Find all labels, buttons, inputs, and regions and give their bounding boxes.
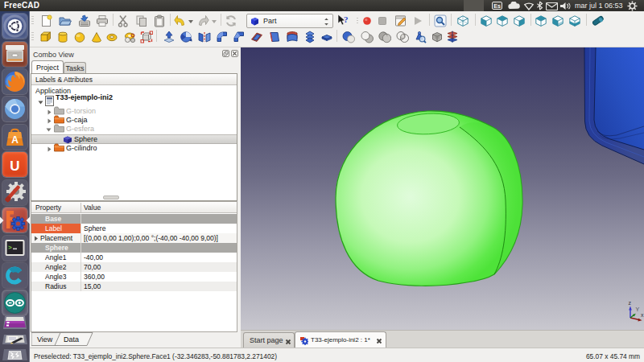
svg-text:?: ? xyxy=(344,14,349,24)
svg-text:Y: Y xyxy=(636,306,640,312)
svg-text:View: View xyxy=(37,335,53,343)
svg-text:z: z xyxy=(629,300,632,306)
svg-text:A: A xyxy=(11,134,19,146)
svg-text:>: > xyxy=(8,244,12,251)
svg-text:U: U xyxy=(10,158,19,174)
svg-text:x: x xyxy=(641,312,644,318)
svg-text:Data: Data xyxy=(64,335,79,343)
